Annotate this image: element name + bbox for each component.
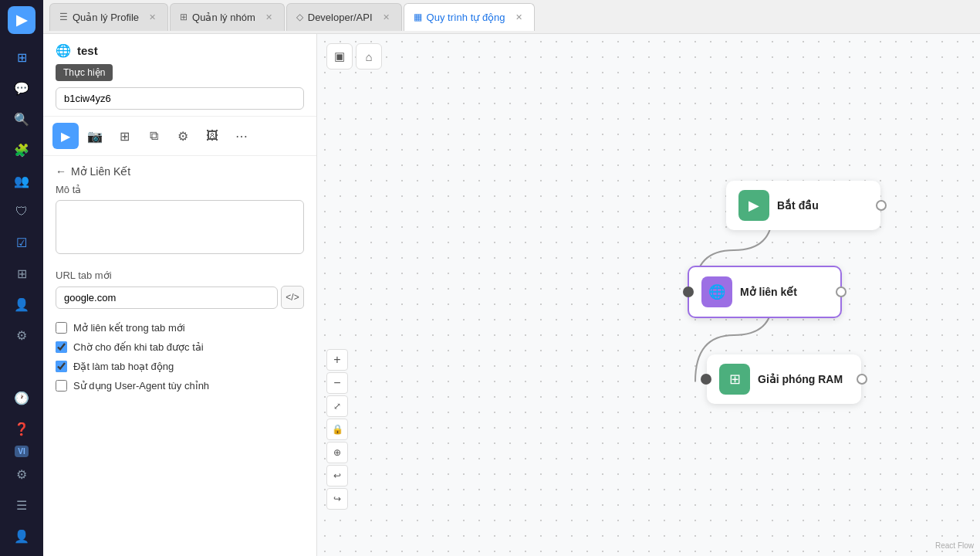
checkbox-user-agent-input[interactable] bbox=[56, 380, 67, 392]
node-bat-dau-label: Bắt đầu bbox=[777, 199, 819, 212]
zoom-in-btn[interactable]: + bbox=[326, 349, 348, 371]
node-giai-phong-ram-icon: ⊞ bbox=[719, 364, 750, 395]
fit-view-btn[interactable]: ⤢ bbox=[326, 395, 348, 417]
toolbar-settings-btn[interactable]: ⚙ bbox=[170, 123, 196, 149]
checkbox-dat-lam-tab: Đặt làm tab hoạt động bbox=[56, 357, 304, 376]
profile-select[interactable]: b1ciw4yz6 bbox=[56, 87, 304, 110]
sidebar-icon-shield[interactable]: 🛡 bbox=[8, 198, 35, 225]
tab-icon-quy-trinh: ▦ bbox=[414, 12, 422, 22]
description-label: Mô tả bbox=[56, 184, 304, 195]
node-giai-phong-ram-connector-right[interactable] bbox=[857, 374, 867, 385]
lock-btn[interactable]: 🔒 bbox=[326, 419, 348, 440]
toolbar-play-btn[interactable]: ▶ bbox=[52, 123, 79, 149]
node-giai-phong-ram[interactable]: ⊞ Giải phóng RAM bbox=[707, 354, 861, 404]
checkbox-user-agent-label[interactable]: Sử dụng User-Agent tùy chỉnh bbox=[73, 380, 209, 392]
checkbox-mo-lien-ket: Mở liên kết trong tab mới bbox=[56, 318, 304, 337]
node-mo-lien-ket[interactable]: 🌐 Mở liên kết bbox=[688, 266, 842, 318]
toolbar-table-btn[interactable]: ⊞ bbox=[111, 123, 137, 149]
content-area: 🌐 test Thực hiện b1ciw4yz6 ▶ 📷 ⊞ ⧉ ⚙ 🖼 ⋯ bbox=[43, 34, 980, 556]
tab-icon-nhom: ⊞ bbox=[180, 12, 188, 22]
main-area: ☰ Quản lý Profile ✕ ⊞ Quản lý nhóm ✕ ◇ D… bbox=[43, 0, 980, 556]
zoom-out-btn[interactable]: − bbox=[326, 372, 348, 394]
tab-close-quy-trinh[interactable]: ✕ bbox=[513, 12, 525, 23]
back-arrow-icon: ← bbox=[56, 165, 66, 178]
sidebar-icon-menu[interactable]: ☰ bbox=[8, 491, 35, 519]
sidebar-bottom: 🕐 ❓ VI ⚙ ☰ 👤 bbox=[8, 384, 35, 550]
undo-btn[interactable]: ↩ bbox=[326, 465, 348, 486]
url-tab-label: URL tab mới bbox=[56, 270, 304, 281]
back-label: Mở Liên Kết bbox=[71, 165, 130, 178]
checkbox-mo-lien-ket-input[interactable] bbox=[56, 322, 67, 334]
panel-header: 🌐 test Thực hiện b1ciw4yz6 bbox=[43, 34, 316, 117]
sidebar-icon-users[interactable]: 👥 bbox=[8, 167, 35, 195]
node-mo-lien-ket-label: Mở liên kết bbox=[740, 286, 797, 298]
tab-icon-profile: ☰ bbox=[59, 12, 68, 22]
profile-select-row: b1ciw4yz6 bbox=[56, 87, 304, 110]
back-row[interactable]: ← Mở Liên Kết bbox=[43, 156, 316, 184]
sidebar-icon-settings2[interactable]: ⚙ bbox=[8, 321, 35, 349]
profile-globe-icon: 🌐 bbox=[56, 43, 71, 58]
profile-name: test bbox=[77, 44, 98, 57]
sidebar-icon-grid[interactable]: ⊞ bbox=[8, 43, 35, 71]
left-panel: 🌐 test Thực hiện b1ciw4yz6 ▶ 📷 ⊞ ⧉ ⚙ 🖼 ⋯ bbox=[43, 34, 317, 556]
sidebar-icon-chat[interactable]: 💬 bbox=[8, 74, 35, 102]
app-logo[interactable]: ▶ bbox=[8, 6, 35, 34]
sidebar-icon-help[interactable]: ❓ bbox=[8, 415, 35, 442]
sidebar-icon-extension[interactable]: 🧩 bbox=[8, 136, 35, 164]
toolbar-more-btn[interactable]: ⋯ bbox=[228, 123, 255, 149]
expand-btn[interactable]: ⊕ bbox=[326, 442, 348, 463]
checkbox-cho-den: Chờ cho đến khi tab được tải bbox=[56, 337, 304, 357]
react-flow-watermark: React Flow bbox=[935, 541, 974, 550]
url-row: </> bbox=[56, 286, 304, 309]
sidebar-icon-gear[interactable]: ⚙ bbox=[8, 460, 35, 488]
node-giai-phong-ram-connector-left[interactable] bbox=[701, 374, 711, 385]
checkbox-mo-lien-ket-label[interactable]: Mở liên kết trong tab mới bbox=[73, 322, 185, 334]
toolbar-camera-btn[interactable]: 📷 bbox=[82, 123, 108, 149]
canvas-sidebar-toggle-btn[interactable]: ▣ bbox=[326, 43, 353, 70]
zoom-controls: + − ⤢ 🔒 ⊕ ↩ ↪ bbox=[326, 349, 348, 510]
description-textarea[interactable] bbox=[56, 200, 304, 254]
node-giai-phong-ram-label: Giải phóng RAM bbox=[758, 373, 843, 385]
url-input[interactable] bbox=[56, 286, 278, 309]
tab-developer-api[interactable]: ◇ Developer/API ✕ bbox=[286, 3, 402, 31]
tab-bar: ☰ Quản lý Profile ✕ ⊞ Quản lý nhóm ✕ ◇ D… bbox=[43, 0, 980, 34]
tab-quy-trinh[interactable]: ▦ Quy trình tự động ✕ bbox=[404, 3, 535, 31]
canvas-home-btn[interactable]: ⌂ bbox=[356, 43, 382, 70]
sidebar-icon-apps[interactable]: ⊞ bbox=[8, 259, 35, 287]
node-mo-lien-ket-connector-right[interactable] bbox=[836, 286, 847, 297]
tab-close-nhom[interactable]: ✕ bbox=[263, 12, 275, 23]
sidebar-icon-clock[interactable]: 🕐 bbox=[8, 384, 35, 412]
toolbar-image-btn[interactable]: 🖼 bbox=[199, 123, 225, 149]
checkbox-dat-lam-tab-input[interactable] bbox=[56, 361, 67, 372]
url-code-btn[interactable]: </> bbox=[281, 286, 304, 309]
canvas-toolbar: ▣ ⌂ bbox=[326, 43, 382, 70]
flow-connections bbox=[317, 34, 980, 556]
checkbox-user-agent: Sử dụng User-Agent tùy chỉnh bbox=[56, 376, 304, 395]
profile-row: 🌐 test bbox=[56, 43, 304, 58]
redo-btn[interactable]: ↪ bbox=[326, 488, 348, 510]
checkbox-cho-den-input[interactable] bbox=[56, 341, 67, 353]
node-mo-lien-ket-connector-left[interactable] bbox=[683, 286, 694, 297]
checkbox-dat-lam-tab-label[interactable]: Đặt làm tab hoạt động bbox=[73, 361, 174, 372]
checkbox-cho-den-label[interactable]: Chờ cho đến khi tab được tải bbox=[73, 341, 204, 353]
sidebar-icon-list-check[interactable]: ☑ bbox=[8, 229, 35, 256]
left-panel-toolbar: ▶ 📷 ⊞ ⧉ ⚙ 🖼 ⋯ bbox=[43, 117, 316, 156]
node-mo-lien-ket-icon: 🌐 bbox=[701, 276, 732, 307]
tab-quan-ly-profile[interactable]: ☰ Quản lý Profile ✕ bbox=[49, 3, 168, 31]
node-bat-dau-connector-right[interactable] bbox=[876, 200, 887, 211]
vi-badge: VI bbox=[15, 446, 28, 457]
tab-close-api[interactable]: ✕ bbox=[380, 12, 392, 23]
sidebar-icon-search[interactable]: 🔍 bbox=[8, 105, 35, 133]
tab-quan-ly-nhom[interactable]: ⊞ Quản lý nhóm ✕ bbox=[170, 3, 285, 31]
node-bat-dau[interactable]: ▶ Bắt đầu bbox=[726, 181, 880, 230]
node-bat-dau-icon: ▶ bbox=[738, 190, 769, 221]
checkboxes-group: Mở liên kết trong tab mới Chờ cho đến kh… bbox=[56, 318, 304, 395]
sidebar-icon-avatar[interactable]: 👤 bbox=[8, 522, 35, 550]
tooltip-box: Thực hiện bbox=[56, 64, 113, 81]
tab-close-profile[interactable]: ✕ bbox=[147, 12, 158, 23]
tab-icon-api: ◇ bbox=[296, 12, 303, 22]
sidebar-icon-user-group[interactable]: 👤 bbox=[8, 290, 35, 318]
flow-canvas[interactable]: ▣ ⌂ ▶ Bắt đầu 🌐 Mở liên kết bbox=[317, 34, 980, 556]
toolbar-layers-btn[interactable]: ⧉ bbox=[140, 123, 167, 149]
sidebar: ▶ ⊞ 💬 🔍 🧩 👥 🛡 ☑ ⊞ 👤 ⚙ 🕐 ❓ VI ⚙ ☰ 👤 bbox=[0, 0, 43, 556]
